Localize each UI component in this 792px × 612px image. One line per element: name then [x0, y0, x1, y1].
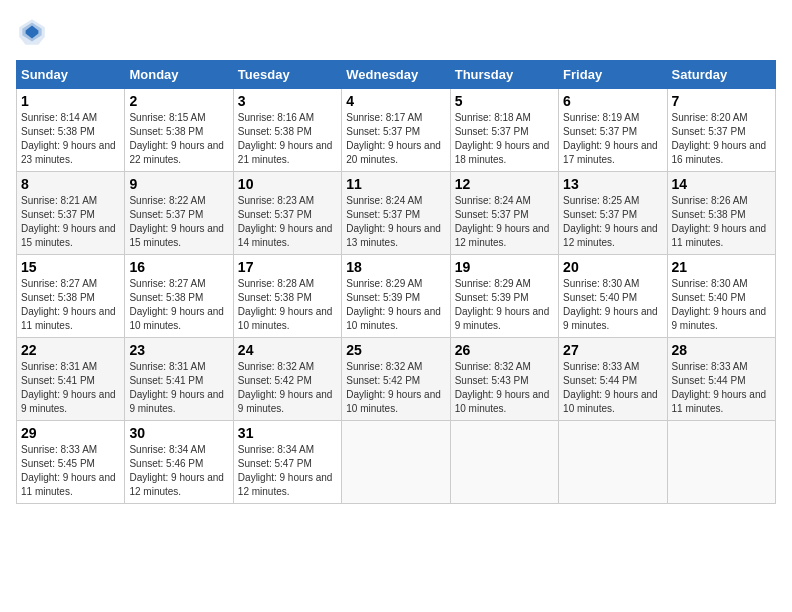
day-detail: Sunrise: 8:33 AM Sunset: 5:45 PM Dayligh…	[21, 443, 120, 499]
day-detail: Sunrise: 8:19 AM Sunset: 5:37 PM Dayligh…	[563, 111, 662, 167]
day-detail: Sunrise: 8:34 AM Sunset: 5:47 PM Dayligh…	[238, 443, 337, 499]
day-detail: Sunrise: 8:33 AM Sunset: 5:44 PM Dayligh…	[563, 360, 662, 416]
day-number: 5	[455, 93, 554, 109]
calendar-day-cell: 22 Sunrise: 8:31 AM Sunset: 5:41 PM Dayl…	[17, 338, 125, 421]
day-detail: Sunrise: 8:32 AM Sunset: 5:42 PM Dayligh…	[346, 360, 445, 416]
day-detail: Sunrise: 8:14 AM Sunset: 5:38 PM Dayligh…	[21, 111, 120, 167]
calendar-day-cell: 9 Sunrise: 8:22 AM Sunset: 5:37 PM Dayli…	[125, 172, 233, 255]
calendar-day-cell: 1 Sunrise: 8:14 AM Sunset: 5:38 PM Dayli…	[17, 89, 125, 172]
calendar-day-cell: 29 Sunrise: 8:33 AM Sunset: 5:45 PM Dayl…	[17, 421, 125, 504]
day-detail: Sunrise: 8:31 AM Sunset: 5:41 PM Dayligh…	[21, 360, 120, 416]
day-number: 27	[563, 342, 662, 358]
day-detail: Sunrise: 8:18 AM Sunset: 5:37 PM Dayligh…	[455, 111, 554, 167]
calendar-day-cell: 30 Sunrise: 8:34 AM Sunset: 5:46 PM Dayl…	[125, 421, 233, 504]
calendar-day-cell: 7 Sunrise: 8:20 AM Sunset: 5:37 PM Dayli…	[667, 89, 775, 172]
day-detail: Sunrise: 8:25 AM Sunset: 5:37 PM Dayligh…	[563, 194, 662, 250]
day-number: 30	[129, 425, 228, 441]
calendar-day-cell: 21 Sunrise: 8:30 AM Sunset: 5:40 PM Dayl…	[667, 255, 775, 338]
day-number: 1	[21, 93, 120, 109]
day-number: 15	[21, 259, 120, 275]
day-detail: Sunrise: 8:24 AM Sunset: 5:37 PM Dayligh…	[346, 194, 445, 250]
day-detail: Sunrise: 8:23 AM Sunset: 5:37 PM Dayligh…	[238, 194, 337, 250]
day-number: 25	[346, 342, 445, 358]
day-number: 8	[21, 176, 120, 192]
weekday-header: Tuesday	[233, 61, 341, 89]
day-detail: Sunrise: 8:24 AM Sunset: 5:37 PM Dayligh…	[455, 194, 554, 250]
logo-icon	[16, 16, 48, 48]
calendar-day-cell: 3 Sunrise: 8:16 AM Sunset: 5:38 PM Dayli…	[233, 89, 341, 172]
calendar-day-cell: 28 Sunrise: 8:33 AM Sunset: 5:44 PM Dayl…	[667, 338, 775, 421]
day-detail: Sunrise: 8:22 AM Sunset: 5:37 PM Dayligh…	[129, 194, 228, 250]
logo	[16, 16, 52, 48]
day-detail: Sunrise: 8:30 AM Sunset: 5:40 PM Dayligh…	[563, 277, 662, 333]
calendar-day-cell: 4 Sunrise: 8:17 AM Sunset: 5:37 PM Dayli…	[342, 89, 450, 172]
page-header	[16, 16, 776, 48]
day-number: 28	[672, 342, 771, 358]
day-number: 20	[563, 259, 662, 275]
weekday-header: Friday	[559, 61, 667, 89]
calendar-day-cell	[450, 421, 558, 504]
calendar-day-cell: 14 Sunrise: 8:26 AM Sunset: 5:38 PM Dayl…	[667, 172, 775, 255]
calendar-day-cell: 24 Sunrise: 8:32 AM Sunset: 5:42 PM Dayl…	[233, 338, 341, 421]
day-number: 22	[21, 342, 120, 358]
calendar-day-cell: 23 Sunrise: 8:31 AM Sunset: 5:41 PM Dayl…	[125, 338, 233, 421]
day-number: 4	[346, 93, 445, 109]
day-detail: Sunrise: 8:34 AM Sunset: 5:46 PM Dayligh…	[129, 443, 228, 499]
calendar-day-cell: 15 Sunrise: 8:27 AM Sunset: 5:38 PM Dayl…	[17, 255, 125, 338]
day-detail: Sunrise: 8:32 AM Sunset: 5:42 PM Dayligh…	[238, 360, 337, 416]
calendar-day-cell: 25 Sunrise: 8:32 AM Sunset: 5:42 PM Dayl…	[342, 338, 450, 421]
day-number: 17	[238, 259, 337, 275]
day-detail: Sunrise: 8:26 AM Sunset: 5:38 PM Dayligh…	[672, 194, 771, 250]
calendar-body: 1 Sunrise: 8:14 AM Sunset: 5:38 PM Dayli…	[17, 89, 776, 504]
day-number: 3	[238, 93, 337, 109]
weekday-header: Monday	[125, 61, 233, 89]
calendar-day-cell: 13 Sunrise: 8:25 AM Sunset: 5:37 PM Dayl…	[559, 172, 667, 255]
day-detail: Sunrise: 8:27 AM Sunset: 5:38 PM Dayligh…	[129, 277, 228, 333]
day-number: 11	[346, 176, 445, 192]
day-detail: Sunrise: 8:32 AM Sunset: 5:43 PM Dayligh…	[455, 360, 554, 416]
day-detail: Sunrise: 8:33 AM Sunset: 5:44 PM Dayligh…	[672, 360, 771, 416]
calendar-week-row: 15 Sunrise: 8:27 AM Sunset: 5:38 PM Dayl…	[17, 255, 776, 338]
day-detail: Sunrise: 8:30 AM Sunset: 5:40 PM Dayligh…	[672, 277, 771, 333]
calendar-day-cell: 17 Sunrise: 8:28 AM Sunset: 5:38 PM Dayl…	[233, 255, 341, 338]
calendar-day-cell: 20 Sunrise: 8:30 AM Sunset: 5:40 PM Dayl…	[559, 255, 667, 338]
day-number: 19	[455, 259, 554, 275]
calendar-day-cell: 5 Sunrise: 8:18 AM Sunset: 5:37 PM Dayli…	[450, 89, 558, 172]
day-number: 18	[346, 259, 445, 275]
day-detail: Sunrise: 8:20 AM Sunset: 5:37 PM Dayligh…	[672, 111, 771, 167]
calendar-day-cell: 27 Sunrise: 8:33 AM Sunset: 5:44 PM Dayl…	[559, 338, 667, 421]
day-detail: Sunrise: 8:16 AM Sunset: 5:38 PM Dayligh…	[238, 111, 337, 167]
weekday-header: Wednesday	[342, 61, 450, 89]
day-detail: Sunrise: 8:29 AM Sunset: 5:39 PM Dayligh…	[455, 277, 554, 333]
calendar-day-cell	[559, 421, 667, 504]
day-detail: Sunrise: 8:15 AM Sunset: 5:38 PM Dayligh…	[129, 111, 228, 167]
day-detail: Sunrise: 8:28 AM Sunset: 5:38 PM Dayligh…	[238, 277, 337, 333]
calendar-day-cell: 11 Sunrise: 8:24 AM Sunset: 5:37 PM Dayl…	[342, 172, 450, 255]
day-detail: Sunrise: 8:29 AM Sunset: 5:39 PM Dayligh…	[346, 277, 445, 333]
day-number: 6	[563, 93, 662, 109]
day-number: 21	[672, 259, 771, 275]
day-number: 2	[129, 93, 228, 109]
day-number: 23	[129, 342, 228, 358]
calendar-week-row: 1 Sunrise: 8:14 AM Sunset: 5:38 PM Dayli…	[17, 89, 776, 172]
day-number: 9	[129, 176, 228, 192]
day-number: 14	[672, 176, 771, 192]
day-number: 7	[672, 93, 771, 109]
calendar-day-cell	[342, 421, 450, 504]
weekday-header: Saturday	[667, 61, 775, 89]
calendar-week-row: 8 Sunrise: 8:21 AM Sunset: 5:37 PM Dayli…	[17, 172, 776, 255]
calendar-day-cell: 10 Sunrise: 8:23 AM Sunset: 5:37 PM Dayl…	[233, 172, 341, 255]
day-number: 31	[238, 425, 337, 441]
day-number: 16	[129, 259, 228, 275]
calendar-table: SundayMondayTuesdayWednesdayThursdayFrid…	[16, 60, 776, 504]
weekday-row: SundayMondayTuesdayWednesdayThursdayFrid…	[17, 61, 776, 89]
calendar-day-cell: 16 Sunrise: 8:27 AM Sunset: 5:38 PM Dayl…	[125, 255, 233, 338]
calendar-day-cell: 2 Sunrise: 8:15 AM Sunset: 5:38 PM Dayli…	[125, 89, 233, 172]
day-number: 12	[455, 176, 554, 192]
calendar-week-row: 29 Sunrise: 8:33 AM Sunset: 5:45 PM Dayl…	[17, 421, 776, 504]
calendar-day-cell: 19 Sunrise: 8:29 AM Sunset: 5:39 PM Dayl…	[450, 255, 558, 338]
calendar-day-cell: 6 Sunrise: 8:19 AM Sunset: 5:37 PM Dayli…	[559, 89, 667, 172]
day-number: 24	[238, 342, 337, 358]
day-number: 26	[455, 342, 554, 358]
day-detail: Sunrise: 8:31 AM Sunset: 5:41 PM Dayligh…	[129, 360, 228, 416]
